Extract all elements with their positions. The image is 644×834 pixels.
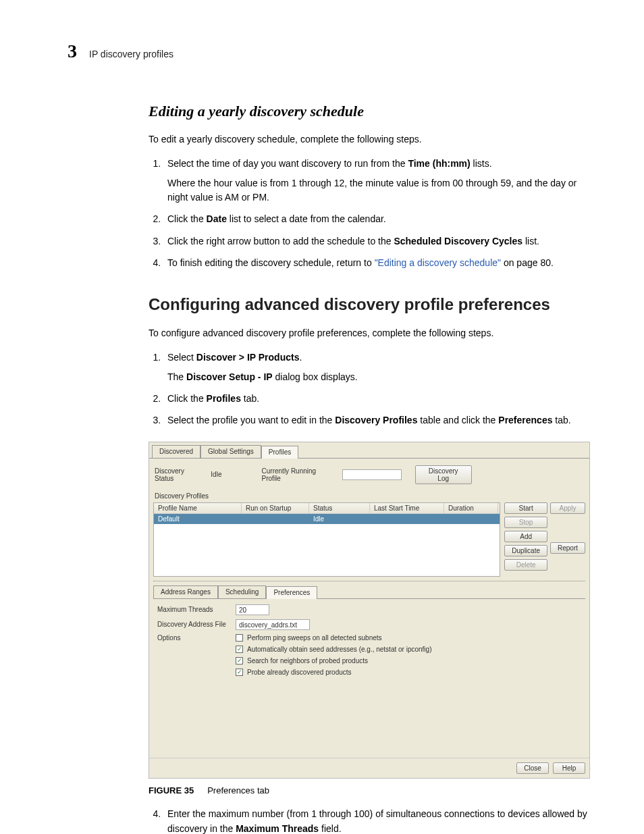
menu-path: Discover > IP Products bbox=[196, 352, 300, 363]
col-duration[interactable]: Duration bbox=[444, 503, 498, 513]
col-run-startup[interactable]: Run on Startup bbox=[242, 503, 309, 513]
max-threads-field-name: Maximum Threads bbox=[236, 823, 319, 834]
cell-last bbox=[370, 514, 444, 524]
text: tab. bbox=[552, 415, 570, 425]
addr-file-label: Discovery Address File bbox=[157, 621, 230, 628]
chapter-number: 3 bbox=[68, 41, 77, 62]
cell-run bbox=[242, 514, 309, 524]
options-label: Options bbox=[157, 634, 230, 642]
tab-profiles[interactable]: Profiles bbox=[261, 446, 298, 459]
chk-ping-sweeps-label: Perform ping sweeps on all detected subn… bbox=[247, 634, 382, 642]
delete-button: Delete bbox=[504, 559, 547, 571]
s1-step4: To finish editing the discovery schedule… bbox=[163, 255, 590, 270]
close-button[interactable]: Close bbox=[516, 762, 549, 774]
step1-detail: Where the hour value is from 1 through 1… bbox=[167, 176, 590, 205]
figure-caption: FIGURE 35Preferences tab bbox=[149, 785, 590, 796]
tab-preferences[interactable]: Preferences bbox=[266, 586, 317, 599]
cell-dur bbox=[444, 514, 498, 524]
col-status[interactable]: Status bbox=[309, 503, 370, 513]
tab-global-settings[interactable]: Global Settings bbox=[200, 445, 261, 458]
text: dialog box displays. bbox=[273, 371, 358, 382]
chk-probe-discovered[interactable]: ✓ bbox=[236, 669, 243, 676]
profiles-group-label: Discovery Profiles bbox=[153, 490, 585, 502]
text: To finish editing the discovery schedule… bbox=[167, 257, 375, 268]
section2-intro: To configure advanced discovery profile … bbox=[149, 326, 590, 340]
s2-step1: Select Discover > IP Products. The Disco… bbox=[163, 350, 590, 384]
discovery-log-button[interactable]: Discovery Log bbox=[415, 465, 472, 484]
max-threads-field[interactable]: 20 bbox=[236, 604, 269, 615]
s2-step4: Enter the maximum number (from 1 through… bbox=[163, 806, 590, 834]
chk-seed-addresses-label: Automatically obtain seed addresses (e.g… bbox=[247, 646, 431, 653]
discovery-profiles-table: Discovery Profiles bbox=[335, 415, 417, 425]
text: Click the bbox=[167, 213, 207, 224]
col-profile-name[interactable]: Profile Name bbox=[154, 503, 242, 513]
text: Select bbox=[167, 352, 196, 363]
chk-seed-addresses[interactable]: ✓ bbox=[236, 646, 243, 653]
section2-heading: Configuring advanced discovery profile p… bbox=[149, 295, 590, 314]
chk-neighbors[interactable]: ✓ bbox=[236, 657, 243, 664]
editing-schedule-link[interactable]: "Editing a discovery schedule" bbox=[375, 257, 501, 268]
text: list to select a date from the calendar. bbox=[227, 213, 386, 224]
table-row[interactable]: Default Idle bbox=[154, 514, 500, 524]
discovery-status-label: Discovery Status bbox=[155, 467, 204, 482]
chk-ping-sweeps[interactable] bbox=[236, 634, 243, 642]
text: Select the time of day you want discover… bbox=[167, 158, 408, 169]
report-button[interactable]: Report bbox=[550, 542, 585, 554]
cycles-label: Scheduled Discovery Cycles bbox=[394, 236, 522, 246]
time-lists-label: Time (hh:mm) bbox=[408, 158, 470, 169]
text: Click the bbox=[167, 393, 207, 404]
running-title: IP discovery profiles bbox=[89, 49, 173, 59]
duplicate-button[interactable]: Duplicate bbox=[504, 545, 547, 556]
col-last-start[interactable]: Last Start Time bbox=[370, 503, 444, 513]
chk-probe-discovered-label: Probe already discovered products bbox=[247, 669, 352, 676]
text: list. bbox=[522, 236, 539, 246]
text: . bbox=[299, 352, 302, 363]
text: on page 80. bbox=[501, 257, 554, 268]
running-profile-label: Currently Running Profile bbox=[262, 467, 336, 482]
dialog-name: Discover Setup - IP bbox=[186, 371, 273, 382]
apply-button: Apply bbox=[550, 502, 585, 514]
section1-heading: Editing a yearly discovery schedule bbox=[149, 103, 590, 120]
text: field. bbox=[319, 823, 341, 834]
profiles-tab: Profiles bbox=[207, 393, 241, 404]
add-button[interactable]: Add bbox=[504, 531, 547, 542]
figure-label: FIGURE 35 bbox=[149, 785, 194, 796]
text: Select the profile you want to edit in t… bbox=[167, 415, 335, 425]
text: lists. bbox=[471, 158, 492, 169]
discovery-profiles-table[interactable]: Profile Name Run on Startup Status Last … bbox=[153, 502, 500, 577]
figure-text: Preferences tab bbox=[207, 785, 269, 796]
help-button[interactable]: Help bbox=[553, 762, 585, 774]
date-label: Date bbox=[207, 213, 227, 224]
step1-detail: The Discover Setup - IP dialog box displ… bbox=[167, 370, 590, 384]
tab-scheduling[interactable]: Scheduling bbox=[218, 585, 266, 598]
discover-setup-dialog: Discovered Global Settings Profiles Disc… bbox=[149, 442, 590, 779]
tab-address-ranges[interactable]: Address Ranges bbox=[153, 585, 218, 598]
s2-step2: Click the Profiles tab. bbox=[163, 391, 590, 406]
start-button[interactable]: Start bbox=[504, 502, 547, 514]
text: tab. bbox=[241, 393, 259, 404]
stop-button: Stop bbox=[504, 517, 547, 528]
text: The bbox=[167, 371, 186, 382]
tab-discovered[interactable]: Discovered bbox=[152, 445, 200, 458]
addr-file-field[interactable]: discovery_addrs.txt bbox=[236, 619, 310, 630]
chk-neighbors-label: Search for neighbors of probed products bbox=[247, 657, 368, 664]
cell-name: Default bbox=[154, 514, 242, 524]
section1-intro: To edit a yearly discovery schedule, com… bbox=[149, 132, 590, 147]
running-profile-field bbox=[342, 469, 402, 480]
discovery-status-value: Idle bbox=[211, 471, 221, 478]
text: Enter the maximum number (from 1 through… bbox=[167, 808, 587, 834]
max-threads-label: Maximum Threads bbox=[157, 606, 230, 613]
text: Click the right arrow button to add the … bbox=[167, 236, 394, 246]
preferences-tab: Preferences bbox=[498, 415, 552, 425]
cell-status: Idle bbox=[309, 514, 370, 524]
s1-step3: Click the right arrow button to add the … bbox=[163, 234, 590, 249]
text: table and click the bbox=[417, 415, 498, 425]
s2-step3: Select the profile you want to edit in t… bbox=[163, 413, 590, 427]
s1-step1: Select the time of day you want discover… bbox=[163, 156, 590, 205]
s1-step2: Click the Date list to select a date fro… bbox=[163, 211, 590, 226]
